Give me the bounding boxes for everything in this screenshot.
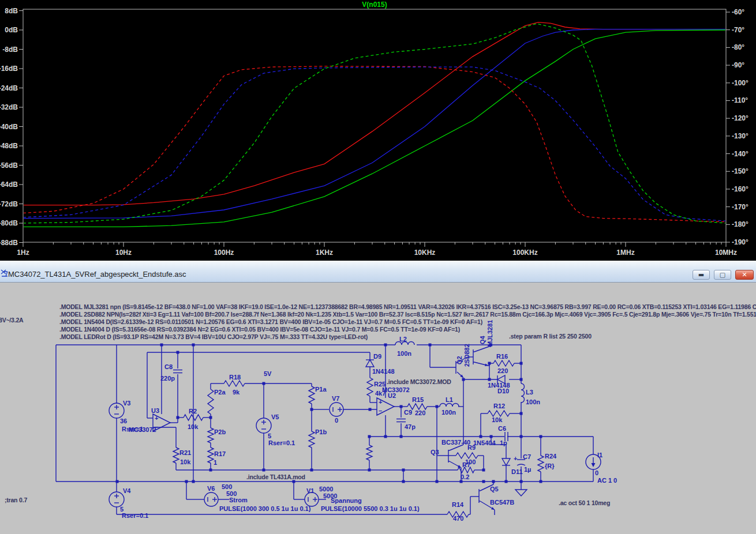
component-label-r18v[interactable]: 9k [233, 389, 240, 396]
component-label-q3v[interactable]: BC337-40 [441, 439, 470, 446]
spice-directive-inc_mc33072[interactable]: .include MC33072.MOD [387, 378, 451, 385]
component-label-c9[interactable]: C9 [404, 409, 412, 416]
component-label-v7v[interactable]: 0 [335, 417, 338, 424]
component-label-r18[interactable]: R18 [229, 374, 241, 381]
component-label-p1a[interactable]: P1a [315, 386, 327, 393]
component-label-r17v[interactable]: 1 [214, 459, 217, 466]
component-label-r24[interactable]: R24 [545, 453, 557, 460]
component-label-v5r[interactable]: Rser=0.1 [268, 439, 295, 446]
minimize-button[interactable]: ▬ [693, 270, 710, 280]
spice-directive-model4[interactable]: .MODEL 1N4004 D (IS=5.31656e-08 RS=0.039… [59, 326, 460, 333]
spice-directive-model3[interactable]: .MODEL 1N5404 D(IS=2.61339e-12 RS=0.0110… [59, 318, 482, 325]
component-label-l1v[interactable]: 100n [441, 409, 456, 416]
resistor[interactable] [208, 389, 214, 414]
component-label-q4v[interactable]: MJL3281 [486, 320, 493, 347]
component-label-d11[interactable]: D11 [511, 468, 523, 475]
component-label-r16v[interactable]: 220 [497, 367, 508, 374]
resistor[interactable] [538, 456, 544, 472]
component-label-v1n[interactable]: Spannung [331, 497, 362, 504]
resistor[interactable] [367, 378, 373, 396]
component-label-i1[interactable]: I1 [597, 452, 602, 458]
spice-directive-inc_tl431[interactable]: .include TL431A.mod [246, 473, 305, 480]
component-label-r15v[interactable]: 220 [415, 409, 425, 416]
component-label-l2[interactable]: L2 [399, 336, 407, 343]
component-label-d11v[interactable]: 1N5404 [473, 439, 496, 446]
resistor[interactable] [488, 411, 510, 416]
component-label-r12[interactable]: R12 [493, 403, 505, 409]
component-label-p1b[interactable]: P1b [315, 428, 327, 435]
component-label-r14v[interactable]: 470 [453, 515, 463, 522]
component-label-v6n[interactable]: Strom [229, 497, 248, 503]
schematic-window-titlebar[interactable]: MC34072_TL431A_5VRef_abgespeckt_Endstufe… [0, 261, 756, 283]
component-label-i1ac[interactable]: AC 1 0 [597, 477, 617, 484]
component-label-v6[interactable]: V6 [207, 485, 215, 492]
component-label-u2v[interactable]: MC33072 [382, 386, 410, 393]
component-label-i1v[interactable]: 0 [595, 469, 598, 476]
resistor[interactable] [309, 386, 315, 404]
trace-legend[interactable]: V(n015) [362, 1, 387, 9]
component-label-r24v[interactable]: {R} [545, 462, 555, 469]
component-label-r7v[interactable]: 0.2 [461, 473, 469, 480]
inductor[interactable] [440, 404, 459, 407]
component-label-c7v[interactable]: 1µ [524, 466, 531, 473]
component-label-c6[interactable]: C6 [498, 425, 506, 432]
component-label-p2b[interactable]: P2b [214, 428, 226, 435]
component-label-u3v[interactable]: MC33072 [129, 426, 156, 433]
component-label-r2v[interactable]: 10k [188, 423, 199, 430]
component-label-v5[interactable]: V5 [271, 413, 279, 420]
component-label-l3[interactable]: L3 [526, 389, 533, 396]
component-label-r21[interactable]: R21 [179, 449, 191, 456]
component-label-v4r[interactable]: Rser=0.1 [122, 512, 148, 519]
component-label-r15[interactable]: R15 [412, 396, 424, 403]
spice-directive-ac[interactable]: .ac oct 50 1 10meg [559, 499, 610, 506]
inductor[interactable] [521, 383, 525, 403]
resistor[interactable] [173, 447, 179, 463]
resistor[interactable] [493, 360, 514, 366]
component-label-r2[interactable]: R2 [189, 408, 197, 415]
component-label-q2[interactable]: Q2 [456, 356, 463, 364]
component-label-c9v[interactable]: 47p [405, 423, 416, 430]
component-label-r7[interactable]: R7 [462, 461, 470, 468]
resistor[interactable] [309, 431, 315, 447]
component-label-v3[interactable]: V3 [123, 400, 130, 407]
component-label-d10[interactable]: D10 [497, 388, 509, 394]
resistor[interactable] [366, 445, 372, 460]
component-label-c8[interactable]: C8 [164, 363, 173, 370]
schematic-editor[interactable]: +–+–V336Rser=1U3MC33072C8220pR210kP2aP2b… [0, 283, 756, 534]
restore-button[interactable]: ▢ [714, 270, 731, 280]
component-label-c7[interactable]: C7 [523, 453, 531, 460]
component-label-q5[interactable]: Q5 [490, 486, 499, 492]
component-label-r17[interactable]: R17 [214, 450, 226, 457]
component-label-c8v[interactable]: 220p [160, 375, 175, 382]
component-label-v4[interactable]: V4 [123, 487, 131, 494]
component-label-q5v[interactable]: BC547B [490, 499, 514, 506]
component-label-c7plus[interactable]: + [514, 455, 517, 462]
component-label-q2v[interactable]: 2SD882 [463, 344, 470, 367]
component-label-u3[interactable]: U3 [151, 407, 159, 414]
diode[interactable] [502, 458, 510, 465]
resistor[interactable] [208, 447, 214, 463]
component-label-d9[interactable]: D9 [373, 353, 381, 360]
component-label-v6p[interactable]: PULSE(1000 300 0.5 1u 1u 0.1) [219, 505, 311, 512]
component-label-v1[interactable]: V1 [306, 487, 314, 494]
component-label-v5v[interactable]: 5 [268, 433, 271, 439]
component-label-r14[interactable]: R14 [452, 501, 464, 508]
spice-directive-tran[interactable]: ;tran 0.7 [5, 497, 27, 503]
close-button[interactable]: ✕ [735, 270, 754, 280]
bode-plot[interactable]: 8dB0dB-8dB-16dB-24dB-32dB-40dB-48dB-56dB… [0, 0, 756, 261]
resistor[interactable] [456, 453, 478, 458]
spice-directive-step[interactable]: .step param R list 25 250 2500 [509, 333, 592, 340]
component-label-d9v[interactable]: 1N4148 [372, 368, 395, 375]
component-label-q4[interactable]: Q4 [479, 335, 486, 344]
wire[interactable] [457, 372, 463, 378]
component-label-l3v[interactable]: 100n [526, 398, 540, 405]
resistor[interactable] [224, 381, 245, 386]
spice-directive-model1[interactable]: .MODEL MJL3281 npn (IS=9.8145e-12 BF=438… [59, 303, 756, 310]
spice-directive-model2[interactable]: .MODEL 2SD882 NPN(Is=282f Xti=3 Eg=1.11 … [59, 311, 756, 318]
component-label-r21v[interactable]: 10k [180, 458, 191, 465]
component-label-flag5v[interactable]: 5V [264, 370, 272, 377]
component-label-v3v[interactable]: 36 [120, 418, 127, 424]
component-label-v1p[interactable]: PULSE(10000 5500 0.3 1u 1u 0.1) [321, 505, 420, 512]
component-label-c6v[interactable]: 1p [500, 439, 507, 446]
component-label-r16[interactable]: R16 [496, 353, 508, 360]
